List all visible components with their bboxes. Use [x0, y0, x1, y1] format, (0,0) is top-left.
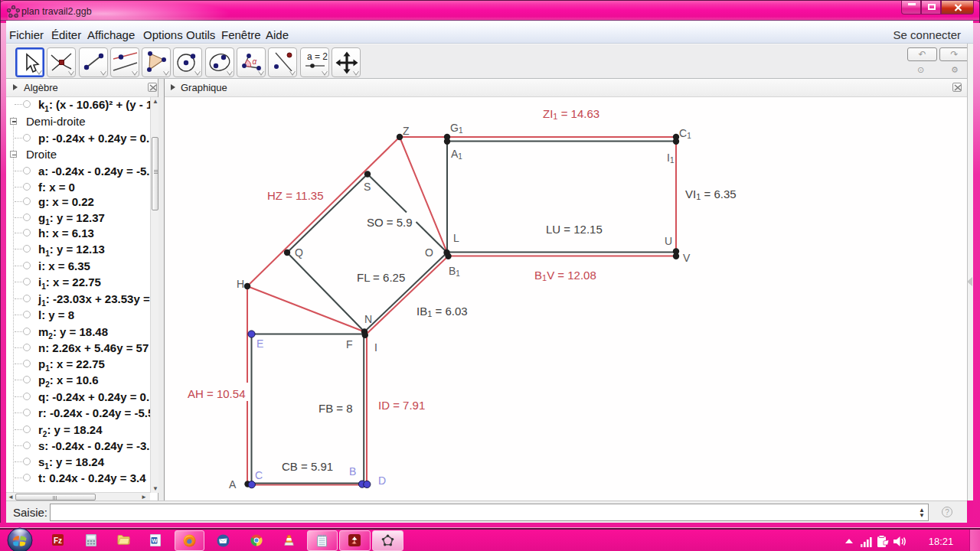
svg-text:F: F [346, 338, 353, 350]
svg-text:G1: G1 [450, 122, 463, 135]
svg-text:FB = 8: FB = 8 [318, 402, 353, 415]
svg-text:B: B [349, 465, 356, 478]
svg-text:S: S [364, 181, 371, 193]
svg-text:IB1 = 6.03: IB1 = 6.03 [416, 305, 468, 318]
svg-text:SO = 5.9: SO = 5.9 [367, 216, 413, 229]
svg-text:W: W [152, 537, 158, 544]
svg-text:AH = 10.54: AH = 10.54 [188, 387, 245, 400]
svg-text:ZI1 = 14.63: ZI1 = 14.63 [543, 107, 599, 121]
svg-text:Fz: Fz [54, 536, 62, 545]
svg-text:FL = 6.25: FL = 6.25 [357, 271, 405, 284]
svg-text:CB = 5.91: CB = 5.91 [282, 460, 333, 473]
svg-text:O: O [425, 246, 433, 259]
svg-text:U: U [665, 235, 672, 247]
svg-text:I1: I1 [667, 152, 675, 165]
svg-text:L: L [453, 232, 459, 244]
svg-text:A1: A1 [451, 148, 462, 161]
svg-text:LU = 12.15: LU = 12.15 [546, 223, 603, 236]
svg-text:H: H [237, 278, 244, 290]
svg-text:α: α [252, 57, 256, 66]
svg-text:I: I [374, 341, 377, 354]
svg-text:ID = 7.91: ID = 7.91 [378, 399, 425, 412]
svg-text:B1V = 12.08: B1V = 12.08 [534, 269, 596, 282]
svg-text:A: A [229, 478, 237, 491]
svg-text:Z: Z [403, 125, 410, 137]
svg-text:Q: Q [295, 246, 303, 259]
svg-text:C: C [255, 469, 263, 481]
svg-text:B1: B1 [449, 265, 460, 278]
svg-text:N: N [364, 313, 372, 325]
svg-text:E: E [256, 337, 263, 350]
svg-text:V: V [683, 252, 691, 264]
svg-text:HZ = 11.35: HZ = 11.35 [267, 189, 324, 202]
svg-text:D: D [378, 474, 386, 487]
svg-text:C1: C1 [679, 127, 691, 140]
svg-text:a = 2: a = 2 [307, 51, 328, 62]
svg-text:VI1 = 6.35: VI1 = 6.35 [685, 187, 737, 201]
